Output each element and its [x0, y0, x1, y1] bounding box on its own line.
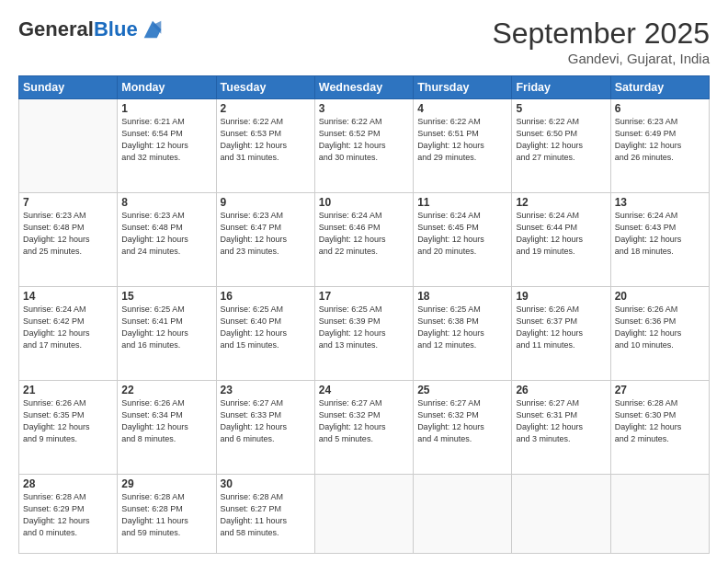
- calendar-cell: [610, 475, 709, 554]
- day-info: Sunrise: 6:27 AM Sunset: 6:33 PM Dayligh…: [221, 397, 311, 445]
- calendar-cell: 21Sunrise: 6:26 AM Sunset: 6:35 PM Dayli…: [19, 381, 118, 475]
- calendar-cell: 22Sunrise: 6:26 AM Sunset: 6:34 PM Dayli…: [118, 381, 216, 475]
- day-number: 23: [221, 384, 311, 396]
- logo-text: GeneralBlue: [18, 18, 138, 40]
- day-info: Sunrise: 6:26 AM Sunset: 6:35 PM Dayligh…: [23, 397, 113, 445]
- weekday-header-sunday: Sunday: [19, 76, 118, 99]
- day-number: 29: [121, 477, 211, 490]
- calendar-cell: 3Sunrise: 6:22 AM Sunset: 6:52 PM Daylig…: [314, 99, 413, 193]
- page: GeneralBlue September 2025 Gandevi, Guja…: [0, 0, 728, 563]
- calendar-cell: 26Sunrise: 6:27 AM Sunset: 6:31 PM Dayli…: [512, 381, 610, 475]
- day-number: 21: [23, 384, 113, 396]
- day-info: Sunrise: 6:23 AM Sunset: 6:48 PM Dayligh…: [23, 210, 113, 258]
- day-number: 25: [417, 384, 507, 396]
- calendar-cell: 17Sunrise: 6:25 AM Sunset: 6:39 PM Dayli…: [314, 287, 413, 381]
- day-info: Sunrise: 6:24 AM Sunset: 6:43 PM Dayligh…: [615, 210, 705, 258]
- calendar-cell: 5Sunrise: 6:22 AM Sunset: 6:50 PM Daylig…: [512, 99, 610, 193]
- day-number: 12: [516, 196, 606, 209]
- day-info: Sunrise: 6:22 AM Sunset: 6:51 PM Dayligh…: [417, 116, 507, 164]
- calendar-cell: [512, 475, 610, 554]
- location-title: Gandevi, Gujarat, India: [492, 51, 710, 66]
- calendar-cell: 10Sunrise: 6:24 AM Sunset: 6:46 PM Dayli…: [314, 193, 413, 287]
- day-number: 20: [615, 290, 705, 303]
- day-number: 27: [615, 384, 705, 396]
- day-number: 3: [319, 102, 409, 115]
- calendar-cell: 14Sunrise: 6:24 AM Sunset: 6:42 PM Dayli…: [19, 287, 118, 381]
- day-info: Sunrise: 6:24 AM Sunset: 6:44 PM Dayligh…: [516, 210, 606, 258]
- weekday-header-thursday: Thursday: [414, 76, 512, 99]
- day-info: Sunrise: 6:23 AM Sunset: 6:49 PM Dayligh…: [615, 116, 705, 164]
- calendar-cell: 27Sunrise: 6:28 AM Sunset: 6:30 PM Dayli…: [610, 381, 709, 475]
- calendar-cell: 24Sunrise: 6:27 AM Sunset: 6:32 PM Dayli…: [314, 381, 413, 475]
- calendar-cell: 4Sunrise: 6:22 AM Sunset: 6:51 PM Daylig…: [414, 99, 512, 193]
- day-info: Sunrise: 6:28 AM Sunset: 6:27 PM Dayligh…: [221, 491, 311, 539]
- day-info: Sunrise: 6:22 AM Sunset: 6:53 PM Dayligh…: [221, 116, 311, 164]
- calendar-cell: 1Sunrise: 6:21 AM Sunset: 6:54 PM Daylig…: [118, 99, 216, 193]
- week-row-3: 14Sunrise: 6:24 AM Sunset: 6:42 PM Dayli…: [19, 287, 710, 381]
- day-number: 4: [417, 102, 507, 115]
- logo: GeneralBlue: [18, 17, 165, 42]
- calendar-cell: 25Sunrise: 6:27 AM Sunset: 6:32 PM Dayli…: [414, 381, 512, 475]
- calendar-cell: 20Sunrise: 6:26 AM Sunset: 6:36 PM Dayli…: [610, 287, 709, 381]
- day-info: Sunrise: 6:24 AM Sunset: 6:45 PM Dayligh…: [417, 210, 507, 258]
- day-number: 7: [23, 196, 113, 209]
- day-info: Sunrise: 6:25 AM Sunset: 6:41 PM Dayligh…: [121, 304, 211, 351]
- day-number: 9: [221, 196, 311, 209]
- calendar-cell: [414, 475, 512, 554]
- calendar-cell: 19Sunrise: 6:26 AM Sunset: 6:37 PM Dayli…: [512, 287, 610, 381]
- calendar-cell: [314, 475, 413, 554]
- week-row-2: 7Sunrise: 6:23 AM Sunset: 6:48 PM Daylig…: [19, 193, 710, 287]
- day-number: 15: [121, 290, 211, 303]
- day-info: Sunrise: 6:27 AM Sunset: 6:32 PM Dayligh…: [417, 397, 507, 445]
- day-number: 26: [516, 384, 606, 396]
- day-info: Sunrise: 6:25 AM Sunset: 6:40 PM Dayligh…: [221, 304, 311, 351]
- calendar-cell: 15Sunrise: 6:25 AM Sunset: 6:41 PM Dayli…: [118, 287, 216, 381]
- day-info: Sunrise: 6:26 AM Sunset: 6:34 PM Dayligh…: [121, 397, 211, 445]
- calendar-table: SundayMondayTuesdayWednesdayThursdayFrid…: [18, 75, 710, 554]
- calendar-cell: 6Sunrise: 6:23 AM Sunset: 6:49 PM Daylig…: [610, 99, 709, 193]
- calendar-cell: 28Sunrise: 6:28 AM Sunset: 6:29 PM Dayli…: [19, 475, 118, 554]
- day-number: 17: [319, 290, 409, 303]
- calendar-cell: 18Sunrise: 6:25 AM Sunset: 6:38 PM Dayli…: [414, 287, 512, 381]
- calendar-cell: 8Sunrise: 6:23 AM Sunset: 6:48 PM Daylig…: [118, 193, 216, 287]
- day-info: Sunrise: 6:26 AM Sunset: 6:37 PM Dayligh…: [516, 304, 606, 351]
- week-row-1: 1Sunrise: 6:21 AM Sunset: 6:54 PM Daylig…: [19, 99, 710, 193]
- day-info: Sunrise: 6:21 AM Sunset: 6:54 PM Dayligh…: [121, 116, 211, 164]
- week-row-4: 21Sunrise: 6:26 AM Sunset: 6:35 PM Dayli…: [19, 381, 710, 475]
- day-number: 19: [516, 290, 606, 303]
- day-info: Sunrise: 6:25 AM Sunset: 6:39 PM Dayligh…: [319, 304, 409, 351]
- weekday-header-saturday: Saturday: [610, 76, 709, 99]
- day-info: Sunrise: 6:25 AM Sunset: 6:38 PM Dayligh…: [417, 304, 507, 351]
- day-number: 10: [319, 196, 409, 209]
- day-info: Sunrise: 6:27 AM Sunset: 6:32 PM Dayligh…: [319, 397, 409, 445]
- weekday-header-wednesday: Wednesday: [314, 76, 413, 99]
- day-info: Sunrise: 6:22 AM Sunset: 6:52 PM Dayligh…: [319, 116, 409, 164]
- day-number: 11: [417, 196, 507, 209]
- day-info: Sunrise: 6:28 AM Sunset: 6:28 PM Dayligh…: [121, 491, 211, 539]
- day-number: 28: [23, 477, 113, 490]
- day-info: Sunrise: 6:23 AM Sunset: 6:47 PM Dayligh…: [221, 210, 311, 258]
- day-number: 30: [221, 477, 311, 490]
- logo-icon: [140, 17, 165, 42]
- calendar-cell: 13Sunrise: 6:24 AM Sunset: 6:43 PM Dayli…: [610, 193, 709, 287]
- calendar-cell: 12Sunrise: 6:24 AM Sunset: 6:44 PM Dayli…: [512, 193, 610, 287]
- day-number: 2: [221, 102, 311, 115]
- day-info: Sunrise: 6:24 AM Sunset: 6:46 PM Dayligh…: [319, 210, 409, 258]
- day-info: Sunrise: 6:23 AM Sunset: 6:48 PM Dayligh…: [121, 210, 211, 258]
- day-info: Sunrise: 6:26 AM Sunset: 6:36 PM Dayligh…: [615, 304, 705, 351]
- day-info: Sunrise: 6:28 AM Sunset: 6:29 PM Dayligh…: [23, 491, 113, 539]
- calendar-cell: 23Sunrise: 6:27 AM Sunset: 6:33 PM Dayli…: [216, 381, 314, 475]
- calendar-cell: [19, 99, 118, 193]
- day-number: 1: [121, 102, 211, 115]
- weekday-header-row: SundayMondayTuesdayWednesdayThursdayFrid…: [19, 76, 710, 99]
- calendar-cell: 30Sunrise: 6:28 AM Sunset: 6:27 PM Dayli…: [216, 475, 314, 554]
- weekday-header-tuesday: Tuesday: [216, 76, 314, 99]
- day-info: Sunrise: 6:24 AM Sunset: 6:42 PM Dayligh…: [23, 304, 113, 351]
- calendar-cell: 11Sunrise: 6:24 AM Sunset: 6:45 PM Dayli…: [414, 193, 512, 287]
- day-number: 14: [23, 290, 113, 303]
- title-block: September 2025 Gandevi, Gujarat, India: [492, 17, 710, 66]
- week-row-5: 28Sunrise: 6:28 AM Sunset: 6:29 PM Dayli…: [19, 475, 710, 554]
- month-title: September 2025: [492, 17, 710, 51]
- day-number: 18: [417, 290, 507, 303]
- weekday-header-monday: Monday: [118, 76, 216, 99]
